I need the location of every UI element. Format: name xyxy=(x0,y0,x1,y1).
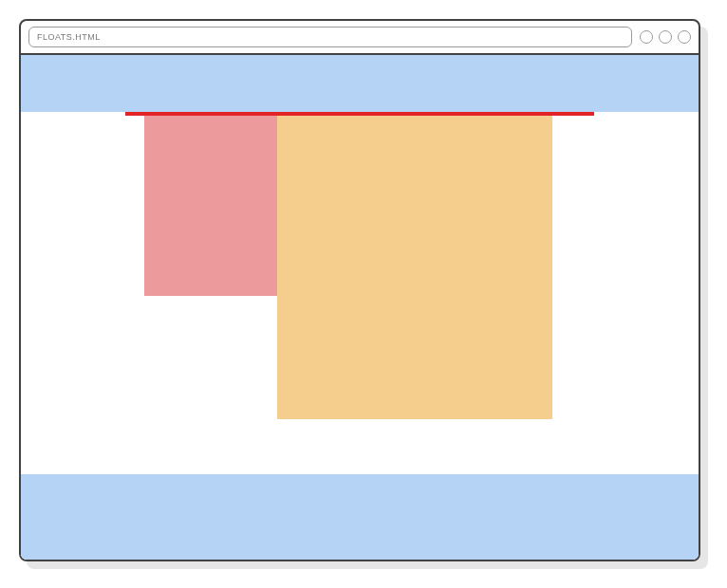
window-control-dot[interactable] xyxy=(678,30,691,44)
window-control-dot[interactable] xyxy=(659,30,672,44)
content-float xyxy=(277,116,552,419)
titlebar: FLOATS.HTML xyxy=(21,21,699,55)
browser-mockup: FLOATS.HTML xyxy=(19,19,708,569)
footer-bar xyxy=(21,474,699,560)
url-text: FLOATS.HTML xyxy=(37,32,101,42)
window-control-dot[interactable] xyxy=(640,30,653,44)
sidebar-float xyxy=(144,116,277,296)
browser-window: FLOATS.HTML xyxy=(19,19,700,561)
page-container xyxy=(125,112,594,116)
menu-bar xyxy=(21,55,699,112)
window-controls xyxy=(640,30,691,44)
viewport xyxy=(21,55,699,560)
url-bar[interactable]: FLOATS.HTML xyxy=(28,27,632,47)
